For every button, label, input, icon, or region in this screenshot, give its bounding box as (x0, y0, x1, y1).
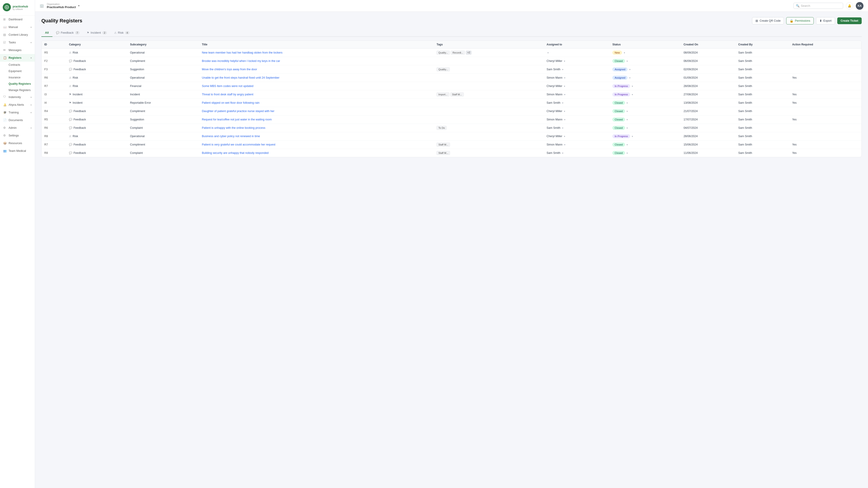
cell-title[interactable]: Daughter of patient grateful practice nu… (199, 107, 434, 116)
cell-title[interactable]: Business and cyber policy not renewed in… (199, 132, 434, 140)
assigned-dropdown-icon[interactable]: ▾ (564, 110, 565, 112)
sidebar-subitem-contracts[interactable]: Contracts (0, 62, 35, 68)
assigned-dropdown-icon[interactable]: ▾ (562, 152, 563, 154)
title-link[interactable]: New team member has had her handbag stol… (202, 51, 282, 54)
cell-subcategory: Compliment (127, 107, 199, 116)
status-dropdown-icon[interactable]: ▾ (629, 76, 630, 79)
status-dropdown-icon[interactable]: ▾ (624, 52, 625, 54)
org-selector[interactable]: Organisation PracticeHub Product ▾ (47, 3, 80, 9)
assigned-dropdown-icon[interactable]: ▾ (564, 119, 565, 121)
cell-subcategory: Operational (127, 132, 199, 140)
tag-pill: To Do (436, 126, 447, 130)
title-link[interactable]: Some MBS Item codes were not updated (202, 85, 253, 88)
status-badge: In Progress (612, 92, 630, 96)
col-tags: Tags (434, 41, 544, 48)
cell-title[interactable]: Patient is unhappy with the online booki… (199, 124, 434, 132)
logo-brand[interactable]: practicehub by Giftwork (3, 3, 32, 12)
title-link[interactable]: Threat to front desk staff by angry pati… (202, 93, 253, 96)
cell-title[interactable]: Patient slipped on wet floor door follow… (199, 99, 434, 107)
tab-all[interactable]: All (41, 29, 53, 37)
sidebar-item-tasks[interactable]: ☑ Tasks ▾ (0, 39, 35, 46)
title-link[interactable]: Daughter of patient grateful practice nu… (202, 109, 274, 113)
title-link[interactable]: Patient is unhappy with the online booki… (202, 126, 266, 129)
status-dropdown-icon[interactable]: ▾ (627, 143, 628, 146)
tab-incident[interactable]: ⚑ Incident 2 (83, 29, 111, 37)
cell-title[interactable]: Request for tea/coffee not just water in… (199, 116, 434, 124)
cell-title[interactable]: New team member has had her handbag stol… (199, 48, 434, 57)
sidebar-item-manual[interactable]: 📖 Manual ▾ (0, 23, 35, 31)
sidebar-item-resources[interactable]: 📦 Resources (0, 139, 35, 147)
sidebar-item-team-medical[interactable]: 👥 Team Medical (0, 147, 35, 155)
sidebar-item-training[interactable]: 🎓 Training ▾ (0, 109, 35, 116)
assigned-dropdown-icon[interactable]: ▾ (564, 85, 565, 88)
status-dropdown-icon[interactable]: ▾ (627, 127, 628, 129)
export-button[interactable]: ⬆ Export (816, 17, 835, 24)
status-dropdown-icon[interactable]: ▾ (632, 85, 633, 88)
title-link[interactable]: Business and cyber policy not renewed in… (202, 135, 260, 138)
cell-title[interactable]: Some MBS Item codes were not updated (199, 82, 434, 90)
assigned-dropdown-icon[interactable]: ▾ (562, 102, 563, 104)
status-dropdown-icon[interactable]: ▾ (627, 102, 628, 104)
status-dropdown-icon[interactable]: ▾ (632, 135, 633, 138)
tab-feedback[interactable]: 💬 Feedback 7 (53, 29, 83, 37)
sidebar-subitem-manage-registers[interactable]: Manage Registers (0, 87, 35, 93)
sidebar-item-documents[interactable]: 📄 Documents (0, 116, 35, 124)
status-badge: New (612, 51, 622, 55)
sidebar-item-admin[interactable]: ⚙ Admin ▾ (0, 124, 35, 132)
sidebar-item-content-library[interactable]: ▤ Content Library (0, 31, 35, 39)
sidebar-item-dashboard[interactable]: ⊞ Dashboard (0, 15, 35, 23)
assigned-dropdown-icon[interactable]: ▾ (564, 93, 565, 96)
permissions-button[interactable]: 🔒 Permissions (786, 17, 813, 24)
cell-category: 💬 Feedback (66, 116, 127, 124)
title-link[interactable]: Brooke was incredibly helpful when I loc… (202, 59, 280, 63)
status-dropdown-icon[interactable]: ▾ (627, 60, 628, 62)
create-ticket-button[interactable]: Create Ticket (837, 18, 862, 24)
cell-tags (434, 116, 544, 124)
cell-title[interactable]: Brooke was incredibly helpful when I loc… (199, 57, 434, 65)
sidebar-item-messages[interactable]: ✉ Messages (0, 46, 35, 54)
title-link[interactable]: Patient slipped on wet floor door follow… (202, 101, 259, 104)
title-link[interactable]: Unable to get the front steps handrail f… (202, 76, 279, 79)
assigned-dropdown-icon[interactable]: ▾ (564, 143, 565, 146)
cell-title[interactable]: Patient is very grateful we could accomm… (199, 140, 434, 149)
notification-button[interactable]: 🔔 (846, 2, 853, 9)
cell-title[interactable]: Threat to front desk staff by angry pati… (199, 90, 434, 99)
sidebar-subitem-equipment[interactable]: Equipment (0, 68, 35, 74)
sidebar-subitem-insurance[interactable]: Insurance (0, 74, 35, 80)
title-link[interactable]: Request for tea/coffee not just water in… (202, 118, 272, 121)
assigned-dropdown-icon[interactable]: ▾ (548, 52, 549, 54)
check-square-icon: ☑ (3, 41, 7, 44)
tab-risk[interactable]: ⚠ Risk 4 (111, 29, 133, 37)
cell-title[interactable]: Unable to get the front steps handrail f… (199, 74, 434, 82)
cell-title[interactable]: Building security are unhappy that nobod… (199, 149, 434, 157)
sidebar-item-ahpra-alerts[interactable]: 🔔 Ahpra Alerts ▾ (0, 101, 35, 109)
page-title: Quality Registers (41, 18, 82, 24)
cell-subcategory: Complaint (127, 149, 199, 157)
avatar[interactable]: KA (856, 2, 864, 10)
title-link[interactable]: Patient is very grateful we could accomm… (202, 143, 275, 146)
org-label: Organisation (47, 3, 76, 5)
title-link[interactable]: Building security are unhappy that nobod… (202, 151, 269, 155)
assigned-dropdown-icon[interactable]: ▾ (564, 60, 565, 62)
status-dropdown-icon[interactable]: ▾ (632, 93, 633, 96)
status-dropdown-icon[interactable]: ▾ (627, 152, 628, 154)
assigned-dropdown-icon[interactable]: ▾ (562, 68, 563, 71)
cell-title[interactable]: Move the children's toys away from the d… (199, 65, 434, 74)
search-input[interactable] (801, 4, 841, 7)
title-link[interactable]: Move the children's toys away from the d… (202, 68, 257, 71)
status-dropdown-icon[interactable]: ▾ (627, 110, 628, 112)
status-dropdown-icon[interactable]: ▾ (629, 68, 630, 71)
assigned-dropdown-icon[interactable]: ▾ (564, 135, 565, 138)
assigned-dropdown-icon[interactable]: ▾ (562, 127, 563, 129)
sidebar-item-indemnity[interactable]: 🛡 Indemnity ▾ (0, 93, 35, 101)
status-dropdown-icon[interactable]: ▾ (627, 119, 628, 121)
sidebar-item-registers[interactable]: 📋 Registers ▾ (0, 54, 35, 62)
assigned-dropdown-icon[interactable]: ▾ (564, 76, 565, 79)
search-box[interactable]: 🔍 (794, 3, 843, 9)
cell-subcategory: Incident (127, 90, 199, 99)
create-qr-button[interactable]: ⊞ Create QR Code (752, 17, 784, 24)
sidebar-subitem-quality-registers[interactable]: Quality Registers (0, 80, 35, 87)
feedback-icon: 💬 (69, 126, 72, 129)
cell-action-required: Yes (789, 99, 862, 107)
sidebar-item-settings[interactable]: ⚙ Settings (0, 132, 35, 139)
